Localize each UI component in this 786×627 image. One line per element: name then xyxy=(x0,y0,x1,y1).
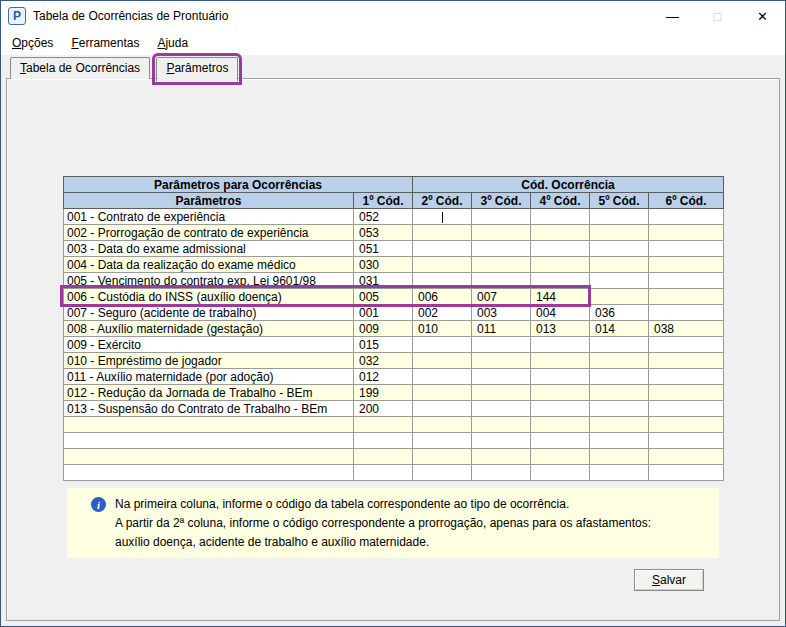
code-cell[interactable] xyxy=(472,417,531,433)
code-cell[interactable] xyxy=(413,353,472,369)
maximize-button[interactable]: □ xyxy=(695,1,740,31)
table-row[interactable]: 006 - Custódia do INSS (auxílio doença)0… xyxy=(64,289,724,305)
code-cell[interactable] xyxy=(590,353,649,369)
code-cell[interactable] xyxy=(531,353,590,369)
code-cell[interactable]: 005 xyxy=(354,289,413,305)
code-cell[interactable]: 053 xyxy=(354,225,413,241)
code-cell[interactable] xyxy=(649,401,724,417)
code-cell[interactable] xyxy=(413,257,472,273)
code-cell[interactable]: 144 xyxy=(531,289,590,305)
code-cell[interactable] xyxy=(472,465,531,481)
code-cell[interactable] xyxy=(413,449,472,465)
code-cell[interactable] xyxy=(649,353,724,369)
table-row[interactable]: 004 - Data da realização do exame médico… xyxy=(64,257,724,273)
parameter-cell[interactable]: 006 - Custódia do INSS (auxílio doença) xyxy=(64,289,354,305)
code-cell[interactable] xyxy=(531,401,590,417)
table-row[interactable] xyxy=(64,433,724,449)
code-cell[interactable] xyxy=(413,369,472,385)
code-cell[interactable] xyxy=(531,433,590,449)
code-cell[interactable] xyxy=(590,225,649,241)
code-cell[interactable] xyxy=(472,209,531,225)
code-cell[interactable] xyxy=(531,209,590,225)
code-cell[interactable] xyxy=(472,449,531,465)
table-row[interactable]: 005 - Vencimento do contrato exp. Lei 96… xyxy=(64,273,724,289)
code-cell[interactable] xyxy=(472,257,531,273)
code-cell[interactable] xyxy=(531,465,590,481)
save-button[interactable]: Salvar xyxy=(634,569,704,591)
parameter-cell[interactable] xyxy=(64,433,354,449)
tab-parametros[interactable]: Parâmetros xyxy=(156,57,238,81)
menu-ferramentas[interactable]: Ferramentas xyxy=(62,32,148,54)
code-cell[interactable] xyxy=(531,449,590,465)
code-cell[interactable]: 014 xyxy=(590,321,649,337)
code-cell[interactable]: 052 xyxy=(354,209,413,225)
code-cell[interactable] xyxy=(472,401,531,417)
table-row[interactable]: 008 - Auxílio maternidade (gestação)0090… xyxy=(64,321,724,337)
code-cell[interactable] xyxy=(649,257,724,273)
code-cell[interactable]: 003 xyxy=(472,305,531,321)
code-cell[interactable] xyxy=(413,417,472,433)
table-row[interactable]: 003 - Data do exame admissional051 xyxy=(64,241,724,257)
code-cell[interactable] xyxy=(531,241,590,257)
code-cell[interactable] xyxy=(649,465,724,481)
code-cell[interactable] xyxy=(413,225,472,241)
parameter-cell[interactable] xyxy=(64,465,354,481)
code-cell[interactable] xyxy=(472,273,531,289)
code-cell[interactable]: 006 xyxy=(413,289,472,305)
table-row[interactable]: 013 - Suspensão do Contrato de Trabalho … xyxy=(64,401,724,417)
table-row[interactable]: 011 - Auxílio maternidade (por adoção)01… xyxy=(64,369,724,385)
code-cell[interactable]: 013 xyxy=(531,321,590,337)
code-cell[interactable] xyxy=(590,465,649,481)
table-row[interactable] xyxy=(64,417,724,433)
code-cell[interactable] xyxy=(413,241,472,257)
table-row[interactable]: 002 - Prorrogação de contrato de experiê… xyxy=(64,225,724,241)
code-cell[interactable] xyxy=(413,433,472,449)
code-cell[interactable] xyxy=(590,209,649,225)
code-cell[interactable]: 030 xyxy=(354,257,413,273)
code-cell[interactable]: 036 xyxy=(590,305,649,321)
parameter-cell[interactable]: 001 - Contrato de experiência xyxy=(64,209,354,225)
code-cell[interactable] xyxy=(531,417,590,433)
code-cell[interactable] xyxy=(472,385,531,401)
table-row[interactable]: 001 - Contrato de experiência052 xyxy=(64,209,724,225)
code-cell[interactable]: 009 xyxy=(354,321,413,337)
code-cell[interactable] xyxy=(531,225,590,241)
code-cell[interactable]: 011 xyxy=(472,321,531,337)
code-cell[interactable] xyxy=(413,401,472,417)
parameter-cell[interactable]: 013 - Suspensão do Contrato de Trabalho … xyxy=(64,401,354,417)
code-cell[interactable]: 199 xyxy=(354,385,413,401)
parameter-cell[interactable]: 011 - Auxílio maternidade (por adoção) xyxy=(64,369,354,385)
code-cell[interactable] xyxy=(531,369,590,385)
code-cell[interactable] xyxy=(649,241,724,257)
code-cell[interactable] xyxy=(472,337,531,353)
code-cell[interactable] xyxy=(354,449,413,465)
tab-tabela-de-ocorrencias[interactable]: Tabela de Ocorrências xyxy=(10,57,150,79)
close-button[interactable]: ✕ xyxy=(740,1,785,31)
code-cell[interactable] xyxy=(413,465,472,481)
menu-opcoes[interactable]: Opções xyxy=(3,32,62,54)
parameter-cell[interactable]: 003 - Data do exame admissional xyxy=(64,241,354,257)
code-cell[interactable]: 007 xyxy=(472,289,531,305)
code-cell[interactable]: 012 xyxy=(354,369,413,385)
code-cell[interactable] xyxy=(649,305,724,321)
code-cell[interactable] xyxy=(649,337,724,353)
code-cell[interactable]: 004 xyxy=(531,305,590,321)
code-cell[interactable] xyxy=(472,433,531,449)
code-cell[interactable] xyxy=(590,241,649,257)
code-cell[interactable] xyxy=(472,225,531,241)
code-cell[interactable] xyxy=(649,385,724,401)
code-cell[interactable] xyxy=(531,273,590,289)
code-cell[interactable] xyxy=(531,385,590,401)
minimize-button[interactable]: — xyxy=(650,1,695,31)
table-row[interactable]: 010 - Empréstimo de jogador032 xyxy=(64,353,724,369)
code-cell[interactable] xyxy=(413,337,472,353)
code-cell[interactable]: 051 xyxy=(354,241,413,257)
parameter-cell[interactable]: 005 - Vencimento do contrato exp. Lei 96… xyxy=(64,273,354,289)
menu-ajuda[interactable]: Ajuda xyxy=(148,32,197,54)
code-cell[interactable]: 002 xyxy=(413,305,472,321)
code-cell[interactable] xyxy=(590,273,649,289)
code-cell[interactable] xyxy=(413,385,472,401)
table-row[interactable] xyxy=(64,449,724,465)
code-cell[interactable]: 038 xyxy=(649,321,724,337)
code-cell[interactable]: 031 xyxy=(354,273,413,289)
